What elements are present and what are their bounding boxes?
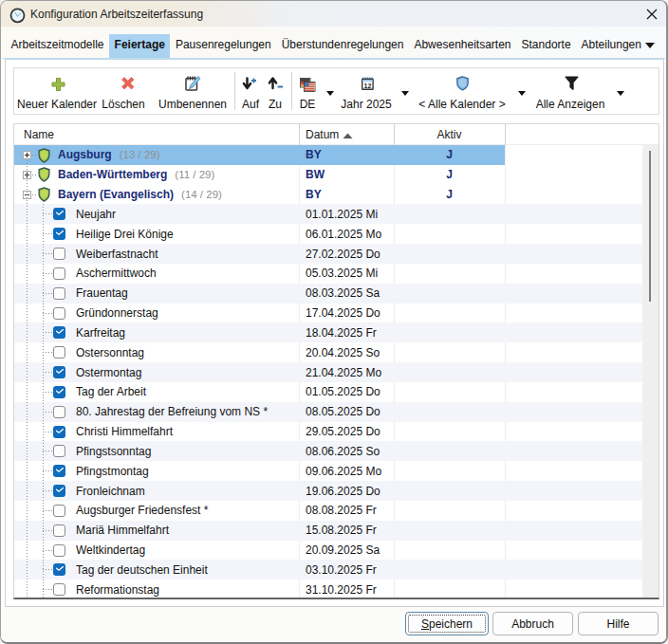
svg-text:12: 12 <box>364 83 372 89</box>
